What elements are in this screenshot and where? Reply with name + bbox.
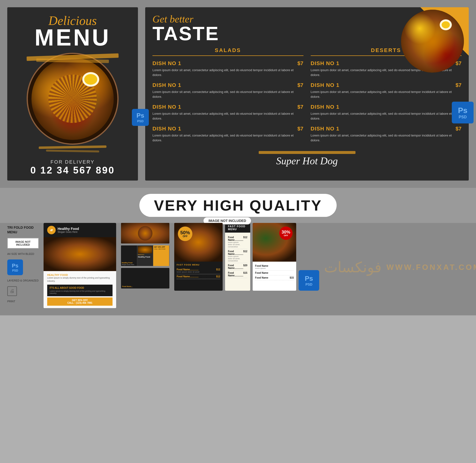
ps-text-small: Ps — [12, 263, 18, 269]
ff-item-price: $12 — [243, 236, 247, 248]
image-not-included-left: IMAGE NOT INCLUDED — [7, 238, 39, 249]
egg-yolk-right — [440, 19, 452, 30]
desert-desc-4: Lorem ipsum dolor sit amet, consectetur … — [311, 133, 462, 142]
thumb-food-3: Food Items... — [121, 268, 169, 288]
psd-badge-right: Ps PSD — [452, 102, 474, 124]
dish-name-4: DISH NO 1 — [152, 126, 181, 132]
ff-salad-img: 30% OFF — [253, 223, 296, 262]
right-content-area: IMAGE NOT INCLUDED 50% OFF FAST FOOD MEN… — [174, 223, 319, 308]
ff-panel-3: 30% OFF Food Namelorem ipsum Food Name F… — [253, 223, 296, 291]
ff-item-row: Food Name............. $15 — [228, 271, 247, 278]
right-panel: Get better TASTE SALADS DISH NO 1 $7 Lor… — [145, 7, 469, 180]
ff-price: $12 — [216, 275, 220, 278]
desert-header-3: DISH NO 1 $ — [311, 104, 462, 110]
dish-header-2: DISH NO 1 $7 — [152, 82, 303, 88]
watermark-bar: فونكسات WWW.FONXAT.COM فونكسات — [324, 227, 476, 308]
ps-label-left: Ps — [136, 112, 144, 119]
salads-column: SALADS DISH NO 1 $7 Lorem ipsum dolor si… — [152, 47, 303, 147]
phone-number: 0 12 34 567 890 — [30, 165, 115, 176]
brochure-bottom: Healthy Food Lorem ipsum is simply dummy… — [44, 271, 116, 308]
ff-item-row: Food Name.............lorem ipsum dolor … — [228, 235, 247, 249]
quality-text-wrapper: VERY HIGH QUALITY — [139, 194, 337, 217]
brochure-header: Healthy Food Slogan Goes Here — [44, 223, 116, 237]
ff-item-name: Food Name — [255, 272, 268, 274]
thumb-fold: Healthy FoodSlogan Goes Here Delicious H… — [121, 245, 169, 266]
super-hot-dog-text: Super Hot Dog — [152, 155, 461, 167]
brochure-title: Healthy Food — [58, 227, 79, 231]
dish-desc-3: Lorem ipsum dolor sit amet, consectetur … — [152, 111, 303, 121]
thumb-3: Food Items... — [121, 268, 169, 288]
desert-header-2: DISH NO 1 $7 — [311, 82, 462, 88]
ff-item-desc: lorem ipsum — [255, 267, 268, 269]
bottom-row: TRI FOLD FOOD MENU IMAGE NOT INCLUDED A4… — [7, 223, 319, 308]
dish-header-4: DISH NO 1 $7 — [152, 126, 303, 132]
dish-name-2: DISH NO 1 — [152, 82, 181, 88]
brochure-section-title-block: Healthy Food Lorem ipsum is simply dummy… — [47, 274, 113, 283]
brush-line-1 — [39, 145, 106, 149]
discount-30-off: OFF — [284, 234, 288, 237]
ff-desc: lorem ipsum dolor sit amet — [177, 271, 199, 273]
ff-item-row: Food Name.............lorem ipsum dolor … — [228, 249, 247, 263]
brochure-panel: Healthy Food Slogan Goes Here Healthy Fo… — [44, 223, 116, 308]
ps-label-br: Ps — [305, 275, 313, 283]
fast-food-container: 50% OFF FAST FOOD MENU Food Name........… — [174, 223, 319, 291]
desert-item: DISH NO 1 $7 Lorem ipsum dolor sit amet,… — [311, 126, 462, 142]
quality-text: VERY HIGH QUALITY — [154, 197, 322, 214]
thumb-2: Healthy FoodSlogan Goes Here Delicious H… — [121, 245, 169, 266]
dish-price-2: $7 — [297, 82, 303, 88]
dish-name-3: DISH NO 1 — [152, 104, 181, 110]
ff-item-desc: lorem ipsum dolor sit amet, consectetur — [228, 255, 243, 262]
dish-item: DISH NO 1 $7 Lorem ipsum dolor sit amet,… — [152, 82, 303, 99]
desert-price-4: $7 — [456, 126, 461, 132]
fold-2: Delicious Healthy Food — [137, 245, 153, 266]
brush-line-2 — [46, 150, 99, 152]
top-section: Delicious MENU FOR DELIVERY 0 12 34 567 — [0, 0, 476, 188]
cta-phone: CALL : (123)-456 7891 — [67, 302, 92, 304]
print-label: PRINT — [7, 300, 39, 303]
ff-list-item: Food Name.............lorem ipsum dolor … — [177, 267, 220, 274]
psd-label-small: PSD — [12, 269, 18, 272]
info-panel: TRI FOLD FOOD MENU IMAGE NOT INCLUDED A4… — [7, 223, 39, 308]
ff-item-row: Food Name............. $20 — [228, 263, 247, 271]
ff-item-name: Food Name............. — [228, 250, 243, 255]
ff-panel-2-content: Food Name.............lorem ipsum dolor … — [225, 232, 250, 281]
thumb-food-1 — [121, 223, 169, 243]
it-label-text: IT'S ALL ABOUT GOOD FOOD — [50, 286, 110, 289]
brochure-cta: GET 35% OFF CALL : (123)-456 7891 — [47, 297, 113, 306]
fast-food-title-1: FAST FOOD MENU — [177, 264, 220, 266]
ff-item-row: Food Name — [255, 271, 294, 276]
delivery-label: FOR DELIVERY — [30, 159, 115, 165]
discount-50-off: OFF — [183, 235, 187, 238]
dish-desc-1: Lorem ipsum dolor sit amet, consectetur … — [152, 68, 303, 77]
ps-label-right: Ps — [458, 106, 467, 115]
brochure-body: Lorem ipsum is simply dummy text of the … — [47, 276, 113, 283]
psd-badge-bottom-left: Ps PSD — [7, 259, 23, 275]
psd-label-br: PSD — [305, 283, 312, 286]
ff-panel-2: FAST FOOD MENU Food Name.............lor… — [225, 223, 250, 291]
dish-desc-4: Lorem ipsum dolor sit amet, consectetur … — [152, 133, 303, 142]
dish-header-3: DISH NO 1 $7 — [152, 104, 303, 110]
cta-text: GET 35% OFF — [72, 299, 88, 302]
dish-price-3: $7 — [297, 104, 303, 110]
ff-item-name: Food Name — [255, 265, 268, 267]
ff-food-img: 50% OFF — [174, 223, 223, 262]
super-hot-dog-section: Super Hot Dog — [152, 151, 461, 167]
psd-label-right: PSD — [459, 115, 467, 119]
desert-name-1: DISH NO 1 — [311, 60, 340, 67]
egg-yolk — [82, 72, 99, 87]
dish-name-1: DISH NO 1 — [152, 60, 181, 67]
discount-50-pct: 50% — [180, 230, 190, 235]
fold-3: GET 35% OFF CALL: 000 FOOD — [153, 245, 169, 266]
ff-item-name: Food Name — [255, 276, 268, 279]
print-icon: 🖨 — [7, 286, 17, 296]
desert-item: DISH NO 1 $ Lorem ipsum dolor sit amet, … — [311, 104, 462, 121]
food-right-inner — [401, 10, 464, 73]
ff-name: Food Name............. — [177, 268, 199, 271]
ff-list-item: Food Name............. $12 — [177, 274, 220, 279]
food-image-right — [401, 10, 464, 73]
dish-price-4: $7 — [297, 126, 303, 132]
desert-name-2: DISH NO 1 — [311, 82, 340, 88]
brush-strokes-area-2 — [46, 150, 99, 152]
psd-badge-left: Ps PSD — [132, 109, 149, 126]
dish-item: DISH NO 1 $7 Lorem ipsum dolor sit amet,… — [152, 104, 303, 121]
